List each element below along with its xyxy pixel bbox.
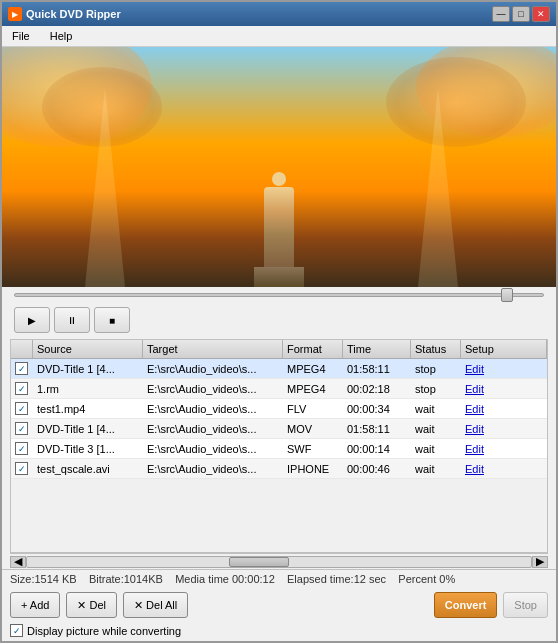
menu-file[interactable]: File (6, 28, 36, 44)
row-1-target: E:\src\Audio_video\s... (143, 381, 283, 397)
checkbox-2[interactable]: ✓ (15, 402, 28, 415)
row-4-format: SWF (283, 441, 343, 457)
figure-head (272, 172, 286, 186)
row-5-check[interactable]: ✓ (11, 460, 33, 477)
row-1-status: stop (411, 381, 461, 397)
window-title: Quick DVD Ripper (26, 8, 121, 20)
row-2-format: FLV (283, 401, 343, 417)
row-5-time: 00:00:46 (343, 461, 411, 477)
row-2-edit[interactable]: Edit (461, 401, 547, 417)
menu-help[interactable]: Help (44, 28, 79, 44)
hscroll-left-button[interactable]: ◀ (10, 556, 26, 568)
convert-button[interactable]: Convert (434, 592, 498, 618)
row-1-time: 00:02:18 (343, 381, 411, 397)
row-2-time: 00:00:34 (343, 401, 411, 417)
row-5-edit[interactable]: Edit (461, 461, 547, 477)
row-3-target: E:\src\Audio_video\s... (143, 421, 283, 437)
display-option-row: ✓ Display picture while converting (2, 622, 556, 641)
row-0-source: DVD-Title 1 [4... (33, 361, 143, 377)
row-0-edit[interactable]: Edit (461, 361, 547, 377)
row-3-check[interactable]: ✓ (11, 420, 33, 437)
col-status: Status (411, 340, 461, 358)
row-1-format: MPEG4 (283, 381, 343, 397)
row-4-status: wait (411, 441, 461, 457)
checkbox-5[interactable]: ✓ (15, 462, 28, 475)
video-preview (2, 47, 556, 287)
row-0-check[interactable]: ✓ (11, 360, 33, 377)
status-media-time: Media time 00:00:12 (175, 573, 275, 585)
transport-controls: ▶ ⏸ ■ (2, 303, 556, 339)
checkbox-4[interactable]: ✓ (15, 442, 28, 455)
row-1-check[interactable]: ✓ (11, 380, 33, 397)
row-5-target: E:\src\Audio_video\s... (143, 461, 283, 477)
title-bar: ▶ Quick DVD Ripper — □ ✕ (2, 2, 556, 26)
row-5-status: wait (411, 461, 461, 477)
stop-button[interactable]: ■ (94, 307, 130, 333)
table-row: ✓ DVD-Title 1 [4... E:\src\Audio_video\s… (11, 419, 547, 439)
table-body: ✓ DVD-Title 1 [4... E:\src\Audio_video\s… (11, 359, 547, 552)
row-3-edit[interactable]: Edit (461, 421, 547, 437)
delete-button[interactable]: ✕ Del (66, 592, 117, 618)
row-0-status: stop (411, 361, 461, 377)
row-4-source: DVD-Title 3 [1... (33, 441, 143, 457)
row-3-time: 01:58:11 (343, 421, 411, 437)
row-4-check[interactable]: ✓ (11, 440, 33, 457)
window-controls: — □ ✕ (492, 6, 550, 22)
row-2-status: wait (411, 401, 461, 417)
row-4-time: 00:00:14 (343, 441, 411, 457)
add-button[interactable]: + Add (10, 592, 60, 618)
checkbox-1[interactable]: ✓ (15, 382, 28, 395)
row-4-edit[interactable]: Edit (461, 441, 547, 457)
row-2-target: E:\src\Audio_video\s... (143, 401, 283, 417)
row-1-edit[interactable]: Edit (461, 381, 547, 397)
display-checkbox[interactable]: ✓ (10, 624, 23, 637)
row-3-source: DVD-Title 1 [4... (33, 421, 143, 437)
searchlight-right (418, 87, 458, 287)
status-bitrate: Bitrate:1014KB (89, 573, 163, 585)
seek-track[interactable] (14, 293, 544, 297)
close-button[interactable]: ✕ (532, 6, 550, 22)
table-row: ✓ test1.mp4 E:\src\Audio_video\s... FLV … (11, 399, 547, 419)
pedestal (254, 267, 304, 287)
action-bar: + Add ✕ Del ✕ Del All Convert Stop (2, 588, 556, 622)
status-percent: Percent 0% (398, 573, 455, 585)
col-time: Time (343, 340, 411, 358)
searchlight-left (85, 87, 125, 287)
pause-button[interactable]: ⏸ (54, 307, 90, 333)
seek-thumb[interactable] (501, 288, 513, 302)
figure (264, 187, 294, 267)
status-elapsed: Elapsed time:12 sec (287, 573, 386, 585)
table-header: Source Target Format Time Status Setup (11, 340, 547, 359)
row-5-format: IPHONE (283, 461, 343, 477)
delete-all-button[interactable]: ✕ Del All (123, 592, 188, 618)
status-bar: Size:1514 KB Bitrate:1014KB Media time 0… (2, 569, 556, 588)
row-0-format: MPEG4 (283, 361, 343, 377)
horizontal-scrollbar: ◀ ▶ (10, 553, 548, 569)
main-window: ▶ Quick DVD Ripper — □ ✕ File Help (0, 0, 558, 643)
stop-convert-button[interactable]: Stop (503, 592, 548, 618)
hscroll-right-button[interactable]: ▶ (532, 556, 548, 568)
col-format: Format (283, 340, 343, 358)
row-3-status: wait (411, 421, 461, 437)
col-check (11, 340, 33, 358)
hscroll-track[interactable] (26, 556, 532, 568)
checkbox-3[interactable]: ✓ (15, 422, 28, 435)
col-source: Source (33, 340, 143, 358)
minimize-button[interactable]: — (492, 6, 510, 22)
seek-bar-area (2, 287, 556, 303)
app-icon: ▶ (8, 7, 22, 21)
video-frame (2, 47, 556, 287)
hscroll-thumb[interactable] (229, 557, 289, 567)
table-row: ✓ 1.rm E:\src\Audio_video\s... MPEG4 00:… (11, 379, 547, 399)
row-0-target: E:\src\Audio_video\s... (143, 361, 283, 377)
checkbox-0[interactable]: ✓ (15, 362, 28, 375)
col-target: Target (143, 340, 283, 358)
row-2-check[interactable]: ✓ (11, 400, 33, 417)
row-1-source: 1.rm (33, 381, 143, 397)
restore-button[interactable]: □ (512, 6, 530, 22)
menu-bar: File Help (2, 26, 556, 47)
table-row: ✓ DVD-Title 3 [1... E:\src\Audio_video\s… (11, 439, 547, 459)
title-bar-left: ▶ Quick DVD Ripper (8, 7, 121, 21)
play-button[interactable]: ▶ (14, 307, 50, 333)
row-4-target: E:\src\Audio_video\s... (143, 441, 283, 457)
